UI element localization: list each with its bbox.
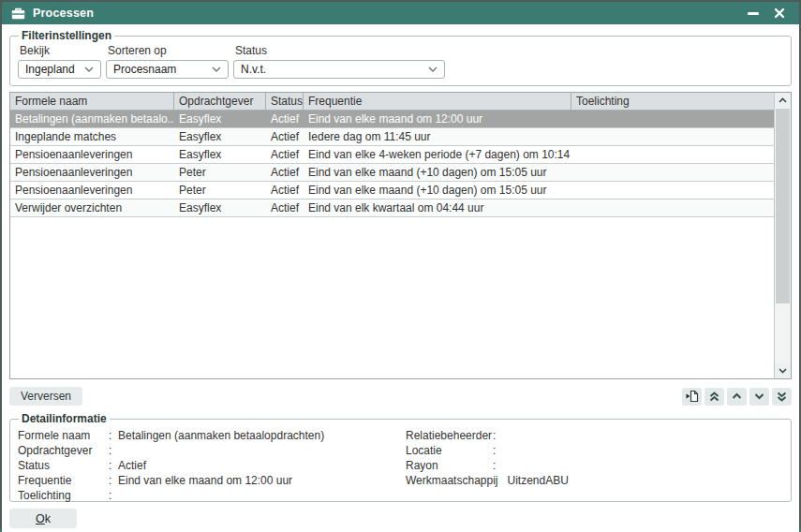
close-button[interactable] [769,4,790,22]
scrollbar-thumb[interactable] [776,109,790,303]
header-status[interactable]: Status [266,93,304,110]
detail-colon: : [109,488,118,503]
filter-settings-legend: Filterinstellingen [19,29,114,42]
detail-row-locatie: Locatie : [406,443,783,458]
chevron-down-icon [754,392,764,400]
detail-row-relatiebeheerder: Relatiebeheerder : [406,428,783,443]
header-opdrachtgever[interactable]: Opdrachtgever [174,93,266,110]
window-title: Processen [33,7,94,20]
status-select[interactable]: N.v.t. [233,60,445,79]
previous-record-button[interactable] [727,388,747,406]
detail-colon [497,473,507,488]
cell-opdrachtgever: Easyflex [174,200,266,216]
cell-frequentie: Eind van elke maand (+10 dagen) om 15:05… [304,164,571,181]
table-scrollbar[interactable] [774,93,791,378]
cell-toelichting [571,111,774,127]
header-formele-naam[interactable]: Formele naam [10,93,174,110]
next-record-button[interactable] [749,388,769,406]
table-body: Betalingen (aanmaken betaalo... Easyflex… [10,111,774,378]
header-frequentie[interactable]: Frequentie [304,93,571,110]
detail-row-opdrachtgever: Opdrachtgever : [18,443,406,458]
sorteren-value: Procesnaam [113,63,176,76]
detail-label: Werkmaatschappij [406,473,497,488]
detail-colon: : [109,458,118,473]
detail-label: Opdrachtgever [18,443,109,458]
detail-value: Betalingen (aanmaken betaalopdrachten) [118,428,324,443]
status-label: Status [235,44,445,57]
cell-opdrachtgever: Easyflex [174,146,266,163]
scrollbar-track[interactable] [775,108,791,363]
processes-table: Formele naam Opdrachtgever Status Freque… [9,92,792,379]
header-toelichting[interactable]: Toelichting [571,93,774,110]
footer: Ok [9,509,792,528]
scroll-down-button[interactable] [775,363,791,378]
cell-frequentie: Eind van elke 4-weken periode (+7 dagen)… [304,146,571,163]
processen-window: Processen Filterinstellingen Bekijk Inge… [0,0,801,529]
cell-formele-naam: Ingeplande matches [10,128,174,145]
detail-value: UitzendABU [507,473,568,488]
last-record-button[interactable] [772,388,792,406]
cell-opdrachtgever: Peter [174,164,266,181]
cell-opdrachtgever: Peter [174,182,266,199]
chevron-down-icon [779,368,787,374]
close-icon [774,7,785,19]
details-body: Formele naam : Betalingen (aanmaken beta… [18,426,783,503]
filter-field-sorteren: Sorteren op Procesnaam [106,43,229,79]
table-row[interactable]: Pensioenaanleveringen Peter Actief Eind … [10,182,774,200]
table-row[interactable]: Pensioenaanleveringen Easyflex Actief Ei… [10,146,774,164]
filter-settings-group: Filterinstellingen Bekijk Ingepland Sort… [9,29,792,86]
cell-opdrachtgever: Easyflex [174,128,266,145]
chevron-down-icon [212,66,221,72]
table-header: Formele naam Opdrachtgever Status Freque… [10,93,774,111]
record-nav-group [682,388,792,406]
goto-record-button[interactable] [682,388,702,406]
detail-colon: : [493,443,502,458]
details-left-column: Formele naam : Betalingen (aanmaken beta… [18,428,406,503]
minimize-icon [748,12,759,15]
chevron-down-icon [84,66,94,72]
sorteren-select[interactable]: Procesnaam [106,60,229,79]
ok-button-label: Ok [9,512,77,525]
cell-toelichting [571,146,774,163]
table-row[interactable]: Verwijder overzichten Easyflex Actief Ei… [10,200,774,217]
cell-frequentie: Eind van elke maand om 12:00 uur [304,111,571,127]
detail-colon: : [109,428,118,443]
detail-colon: : [109,473,118,488]
detail-row-formele-naam: Formele naam : Betalingen (aanmaken beta… [18,428,406,443]
table-toolbar: Verversen [9,387,792,406]
cell-formele-naam: Pensioenaanleveringen [10,164,174,181]
bekijk-label: Bekijk [20,44,101,57]
detail-row-frequentie: Frequentie : Eind van elke maand om 12:0… [18,473,406,488]
double-chevron-down-icon [777,392,787,402]
bekijk-value: Ingepland [25,63,75,76]
table-row[interactable]: Pensioenaanleveringen Peter Actief Eind … [10,164,774,182]
chevron-up-icon [732,392,742,400]
cell-status: Actief [266,111,304,127]
cell-frequentie: Eind van elke maand (+10 dagen) om 15:05… [304,182,571,199]
first-record-button[interactable] [705,388,724,406]
details-right-column: Relatiebeheerder : Locatie : Rayon : [406,428,783,503]
bekijk-select[interactable]: Ingepland [18,60,101,79]
filter-field-status: Status N.v.t. [233,43,445,79]
detail-label: Relatiebeheerder [406,428,493,443]
refresh-button[interactable]: Verversen [9,387,82,406]
detail-information-legend: Detailinformatie [19,412,110,425]
detail-row-status: Status : Actief [18,458,406,473]
scroll-up-button[interactable] [775,93,791,108]
detail-label: Frequentie [18,473,109,488]
window-content: Filterinstellingen Bekijk Ingepland Sort… [2,24,799,532]
table-row[interactable]: Betalingen (aanmaken betaalo... Easyflex… [10,111,774,128]
cell-status: Actief [266,146,304,163]
cell-opdrachtgever: Easyflex [174,111,266,127]
ok-button[interactable]: Ok [9,509,77,528]
detail-colon: : [109,443,118,458]
double-chevron-up-icon [709,392,719,402]
cell-formele-naam: Verwijder overzichten [10,200,174,216]
cell-toelichting [571,128,774,145]
minimize-button[interactable] [743,4,764,22]
detail-colon: : [493,428,502,443]
chevron-up-icon [779,97,787,103]
detail-row-toelichting: Toelichting : [18,488,406,503]
table-row[interactable]: Ingeplande matches Easyflex Actief Ieder… [10,128,774,146]
detail-label: Toelichting [18,488,109,503]
